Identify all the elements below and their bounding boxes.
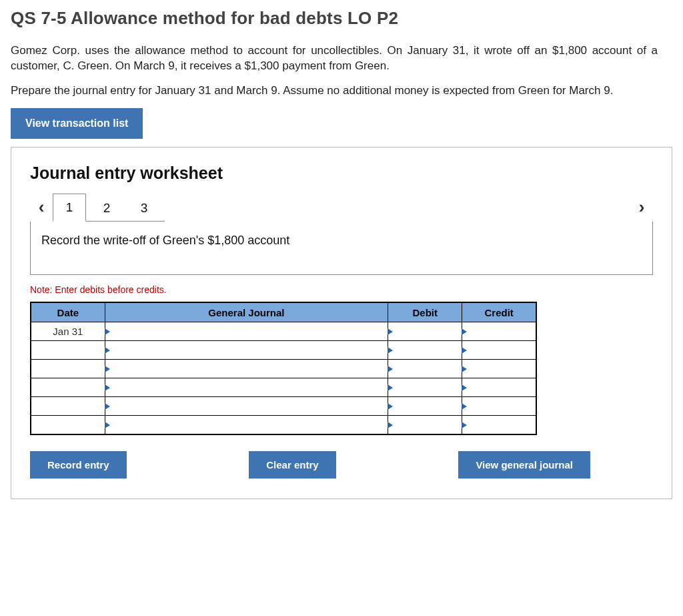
cell-date[interactable]: Jan 31 xyxy=(31,322,105,341)
entry-instruction: Record the write-off of Green's $1,800 a… xyxy=(30,222,653,275)
table-row xyxy=(31,416,536,434)
problem-paragraph-2: Prepare the journal entry for January 31… xyxy=(11,83,658,99)
cell-date[interactable] xyxy=(31,360,105,378)
journal-entry-table: Date General Journal Debit Credit Jan 31 xyxy=(30,302,537,435)
tab-2[interactable]: 2 xyxy=(90,196,123,221)
worksheet-heading: Journal entry worksheet xyxy=(30,164,653,183)
debits-before-credits-note: Note: Enter debits before credits. xyxy=(30,284,653,295)
view-transaction-list-button[interactable]: View transaction list xyxy=(11,108,143,139)
problem-description: Gomez Corp. uses the allowance method to… xyxy=(11,43,658,99)
cell-date[interactable] xyxy=(31,397,105,416)
table-row xyxy=(31,378,536,397)
prev-entry-chevron[interactable]: ‹ xyxy=(30,197,53,218)
cell-general-journal[interactable] xyxy=(105,378,388,397)
cell-debit[interactable] xyxy=(388,397,462,416)
problem-paragraph-1: Gomez Corp. uses the allowance method to… xyxy=(11,43,658,74)
cell-credit[interactable] xyxy=(462,397,536,416)
tab-3[interactable]: 3 xyxy=(127,196,161,221)
table-row: Jan 31 xyxy=(31,322,536,341)
clear-entry-button[interactable]: Clear entry xyxy=(249,451,335,479)
cell-date[interactable] xyxy=(31,378,105,397)
col-header-credit: Credit xyxy=(462,302,536,322)
col-header-general-journal: General Journal xyxy=(105,302,388,322)
cell-credit[interactable] xyxy=(462,416,536,434)
cell-credit[interactable] xyxy=(462,378,536,397)
table-header-row: Date General Journal Debit Credit xyxy=(31,302,536,322)
journal-tbody: Jan 31 xyxy=(31,322,536,434)
tab-row: ‹ 1 2 3 › xyxy=(30,194,653,222)
tab-group: 1 2 3 xyxy=(53,194,165,222)
table-row xyxy=(31,341,536,360)
record-entry-button[interactable]: Record entry xyxy=(30,451,127,479)
cell-general-journal[interactable] xyxy=(105,341,388,360)
journal-worksheet-panel: Journal entry worksheet ‹ 1 2 3 › Record… xyxy=(11,147,672,499)
cell-credit[interactable] xyxy=(462,360,536,378)
col-header-date: Date xyxy=(31,302,105,322)
cell-general-journal[interactable] xyxy=(105,416,388,434)
next-entry-chevron[interactable]: › xyxy=(630,197,653,218)
cell-debit[interactable] xyxy=(388,322,462,341)
cell-debit[interactable] xyxy=(388,360,462,378)
cell-debit[interactable] xyxy=(388,378,462,397)
worksheet-footer: Record entry Clear entry View general jo… xyxy=(30,451,590,479)
cell-date[interactable] xyxy=(31,416,105,434)
cell-credit[interactable] xyxy=(462,322,536,341)
page-title: QS 7-5 Allowance method for bad debts LO… xyxy=(11,8,672,29)
cell-general-journal[interactable] xyxy=(105,322,388,341)
tab-1[interactable]: 1 xyxy=(53,194,86,222)
cell-debit[interactable] xyxy=(388,416,462,434)
cell-general-journal[interactable] xyxy=(105,397,388,416)
col-header-debit: Debit xyxy=(388,302,462,322)
cell-general-journal[interactable] xyxy=(105,360,388,378)
view-general-journal-button[interactable]: View general journal xyxy=(458,451,590,479)
table-row xyxy=(31,397,536,416)
cell-debit[interactable] xyxy=(388,341,462,360)
cell-date[interactable] xyxy=(31,341,105,360)
cell-credit[interactable] xyxy=(462,341,536,360)
table-row xyxy=(31,360,536,378)
